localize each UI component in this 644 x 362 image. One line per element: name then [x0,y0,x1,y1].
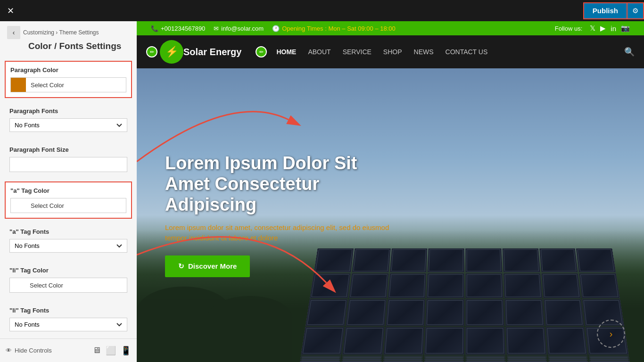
sidebar: ‹ Customizing › Theme Settings Color / F… [0,21,137,362]
solar-cell [579,273,620,298]
publish-settings-button[interactable]: ⚙ [627,2,644,19]
site-nav: ✏ ⚡ Solar Energy ✏ Home ABOUT SERVICE Sh… [137,35,644,68]
solar-cell [502,248,540,272]
topbar-email: ✉ info@solar.com [214,25,264,32]
solar-cell [465,248,502,272]
nav-link-shop[interactable]: Shop [383,48,402,56]
hero-title: Lorem Ipsum Dolor Sit Amet Consectetur A… [165,153,401,215]
email-icon: ✉ [214,25,219,32]
site-hero: // Dynamically create solar cells docume… [137,68,644,362]
li-tag-fonts-section: "li" Tag Fonts No Fonts [5,302,132,336]
li-tag-fonts-select[interactable]: No Fonts [9,318,127,331]
publish-button[interactable]: Publish [583,2,627,19]
breadcrumb: Customizing › Theme Settings [23,29,99,36]
li-tag-color-select-label: Select Color [25,280,68,291]
topbar-phone: 📞 +001234567890 [151,25,205,32]
solar-cell [539,248,578,272]
paragraph-color-section: Paragraph Color Select Color [5,61,132,98]
twitter-icon[interactable]: 𝕏 [590,24,595,33]
hero-btn-icon: ↻ [178,262,184,271]
sidebar-scroll-area: Paragraph Color Select Color Paragraph F… [0,58,137,338]
follow-label: Follow us: [555,25,583,32]
solar-cell [545,327,588,355]
solar-cell [505,327,547,355]
desktop-view-icon[interactable]: 🖥 [92,346,101,355]
li-tag-color-swatch [10,278,25,292]
li-tag-color-label: "li" Tag Color [9,267,127,274]
instagram-icon[interactable]: 📷 [621,24,630,33]
paragraph-font-size-section: Paragraph Font Size [5,141,132,177]
solar-cell [301,327,344,355]
a-tag-color-button[interactable]: Select Color [10,198,126,213]
tablet-view-icon[interactable]: ⬜ [106,346,116,356]
hero-btn-label: Discover More [188,262,237,270]
nav-link-home[interactable]: Home [276,48,296,56]
solar-cell [342,327,385,355]
paragraph-color-button[interactable]: Select Color [10,77,126,92]
solar-cell [541,273,581,298]
hide-controls-button[interactable]: 👁 Hide Controls [6,347,52,354]
preview-area: 📞 +001234567890 ✉ info@solar.com 🕐 Openi… [137,21,644,362]
hero-subtitle: Lorem ipsum dolor sit amet, consectetur … [165,222,401,244]
solar-cell [383,327,425,355]
clock-icon: 🕐 [272,25,280,32]
solar-cell [346,299,387,326]
paragraph-fonts-section: Paragraph Fonts No Fonts [5,103,132,137]
solar-cell [543,299,584,326]
nav-link-contact[interactable]: CONTACT US [446,48,488,56]
solar-cell [425,299,464,326]
paragraph-fonts-select[interactable]: No Fonts [9,118,127,132]
sidebar-bottom: 👁 Hide Controls 🖥 ⬜ 📱 [0,338,137,362]
solar-cell [465,273,504,298]
eye-icon: 👁 [6,347,12,354]
publish-label: Publish [593,7,618,15]
nav-edit-icon-left[interactable]: ✏ [146,46,157,58]
slider-nav[interactable]: › [597,320,625,348]
slider-arrow-icon: › [610,329,613,339]
solar-cell [426,273,464,298]
nav-link-news[interactable]: NEWS [414,48,434,56]
a-tag-color-label: "a" Tag Color [10,187,126,194]
paragraph-fonts-label: Paragraph Fonts [9,107,127,115]
a-tag-color-select-label: Select Color [26,200,69,211]
solar-cell [385,299,425,326]
solar-cell [424,327,464,355]
site-logo: Solar Energy [183,47,241,58]
close-button[interactable]: ✕ [0,0,21,21]
hide-controls-label: Hide Controls [15,347,52,354]
mobile-view-icon[interactable]: 📱 [121,346,131,356]
solar-cell [465,299,504,326]
back-icon: ‹ [13,29,15,36]
solar-cell [465,327,505,355]
linkedin-icon[interactable]: in [611,25,616,33]
topbar-opening: 🕐 Opening Times : Mon – Sat 09:00 – 18:0… [272,25,396,32]
a-tag-fonts-select[interactable]: No Fonts [9,239,127,253]
li-tag-color-section: "li" Tag Color Select Color [5,262,132,297]
paragraph-color-label: Paragraph Color [10,66,126,74]
nav-links: Home ABOUT SERVICE Shop NEWS CONTACT US [276,48,487,56]
nav-search-icon[interactable]: 🔍 [624,47,635,57]
sidebar-back-button[interactable]: ‹ [7,26,20,39]
a-tag-color-swatch [11,198,26,213]
nav-edit-icon-right[interactable]: ✏ [256,46,267,58]
paragraph-color-swatch [11,78,26,92]
li-tag-color-button[interactable]: Select Color [9,278,127,293]
solar-cell [305,299,347,326]
paragraph-font-size-input[interactable] [9,157,127,172]
solar-cell [576,248,616,272]
phone-icon: 📞 [151,25,158,32]
paragraph-font-size-label: Paragraph Font Size [9,146,127,153]
a-tag-fonts-section: "a" Tag Fonts No Fonts [5,223,132,257]
hero-discover-button[interactable]: ↻ Discover More [165,255,250,277]
gear-icon: ⚙ [632,7,638,15]
a-tag-fonts-label: "a" Tag Fonts [9,228,127,235]
li-tag-fonts-label: "li" Tag Fonts [9,307,127,314]
nav-link-about[interactable]: ABOUT [308,48,330,56]
paragraph-color-select-label: Select Color [26,80,69,90]
sidebar-title: Color / Fonts Settings [7,39,130,56]
solar-cell [504,299,544,326]
youtube-icon[interactable]: ▶ [600,24,606,33]
nav-link-service[interactable]: SERVICE [343,48,372,56]
a-tag-color-section: "a" Tag Color Select Color [5,181,132,219]
solar-cell [428,248,464,272]
